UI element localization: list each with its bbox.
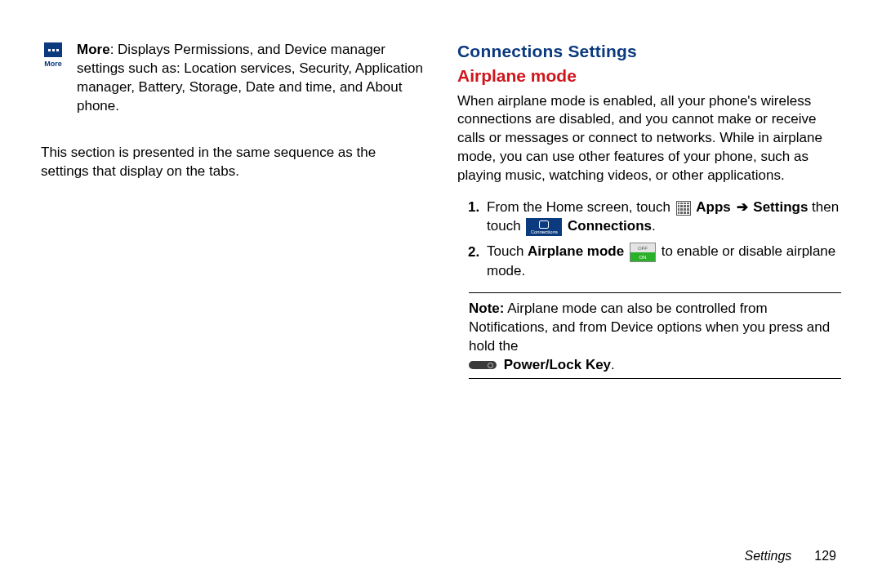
apps-grid-icon: [676, 201, 691, 216]
footer-page-number: 129: [814, 549, 836, 563]
divider-bottom: [469, 378, 841, 379]
more-icon: More: [41, 42, 65, 69]
note-label: Note:: [469, 301, 504, 316]
divider-top: [469, 292, 841, 293]
more-label-bold: More: [77, 42, 110, 57]
more-icon-label: More: [44, 59, 62, 69]
left-column: More More: Displays Permissions, and Dev…: [41, 41, 425, 549]
page-footer: Settings129: [41, 549, 841, 564]
sequence-note: This section is presented in the same se…: [41, 144, 425, 181]
manual-page: More More: Displays Permissions, and Dev…: [0, 0, 882, 588]
step-2: Touch Airplane mode OFF ON to enable or …: [483, 243, 841, 281]
connections-icon-label: Connections: [531, 229, 558, 234]
note-block: Note: Airplane mode can also be controll…: [469, 300, 841, 375]
note-text: Airplane mode can also be controlled fro…: [469, 301, 830, 354]
step1-period: .: [652, 218, 656, 234]
airplane-mode-label: Airplane mode: [528, 244, 624, 260]
apps-label: Apps: [696, 199, 731, 215]
right-column: Connections Settings Airplane mode When …: [454, 41, 841, 549]
power-lock-key-label: Power/Lock Key: [504, 357, 611, 372]
connections-label: Connections: [568, 218, 652, 234]
step1-text-a: From the Home screen, touch: [487, 199, 675, 215]
step2-text-a: Touch: [487, 244, 528, 260]
more-label-rest: : Displays Permissions, and Device manag…: [77, 42, 423, 114]
two-column-layout: More More: Displays Permissions, and Dev…: [41, 41, 841, 549]
section-heading: Connections Settings: [457, 41, 841, 62]
toggle-off-label: OFF: [630, 243, 655, 252]
toggle-on-label: ON: [630, 252, 655, 261]
connections-tab-icon: Connections: [526, 218, 562, 236]
steps-list: From the Home screen, touch Apps ➔ Setti…: [469, 198, 841, 281]
section-subheading: Airplane mode: [457, 65, 841, 87]
note-period: .: [611, 357, 615, 372]
more-description: More: Displays Permissions, and Device m…: [77, 41, 425, 116]
step-1: From the Home screen, touch Apps ➔ Setti…: [483, 198, 841, 236]
power-key-icon: [469, 361, 497, 369]
airplane-intro: When airplane mode is enabled, all your …: [457, 92, 841, 186]
settings-label: Settings: [753, 199, 808, 215]
toggle-off-on-icon: OFF ON: [630, 243, 656, 262]
footer-section: Settings: [744, 549, 791, 563]
more-icon-square: [44, 42, 62, 57]
more-item-row: More More: Displays Permissions, and Dev…: [41, 41, 425, 129]
arrow-icon: ➔: [735, 199, 750, 215]
